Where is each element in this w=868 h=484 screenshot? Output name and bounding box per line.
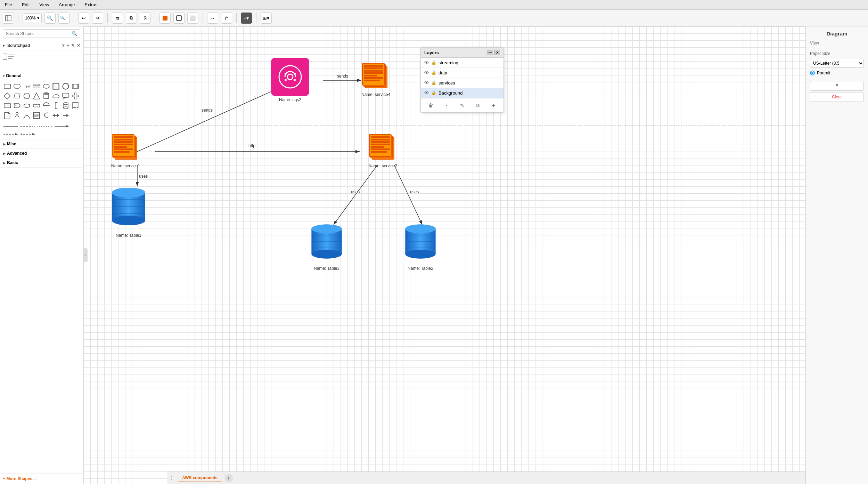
add-tab-button[interactable]: +	[224, 474, 233, 482]
line-dashed[interactable]	[20, 123, 36, 130]
delete-button[interactable]: 🗑	[112, 13, 123, 24]
layer-lock-background[interactable]: 🔒	[431, 90, 436, 95]
format-button[interactable]	[3, 13, 14, 24]
layers-minimize-button[interactable]: —	[488, 50, 493, 55]
layer-eye-services[interactable]: 👁	[424, 80, 429, 86]
shape-ellipse[interactable]	[42, 82, 51, 91]
layers-duplicate-button[interactable]: ⧉	[473, 100, 483, 110]
shape-bracket[interactable]	[51, 101, 60, 110]
layer-row-streaming[interactable]: 👁 🔒 streaming	[421, 58, 503, 68]
menu-extras[interactable]: Extras	[83, 1, 100, 8]
stroke-button[interactable]	[173, 13, 185, 24]
more-shapes-button[interactable]: + More Shapes...	[0, 473, 83, 484]
shape-circle[interactable]	[61, 82, 70, 91]
basic-section-header[interactable]: ▶ Basic	[0, 158, 83, 167]
node-service4[interactable]: Name: service4	[361, 63, 390, 97]
shape-database[interactable]	[61, 101, 70, 110]
menu-edit[interactable]: Edit	[20, 1, 32, 8]
layers-close-button[interactable]: ✕	[494, 50, 500, 55]
canvas[interactable]: sends sends http uses uses uses	[83, 26, 805, 484]
node-service2[interactable]: Name: service2	[368, 134, 397, 168]
edit-button[interactable]: E	[810, 81, 864, 91]
shape-callout[interactable]	[61, 91, 70, 100]
shape-diamond[interactable]	[3, 91, 12, 100]
line-double-arrow[interactable]	[20, 131, 36, 138]
canvas-area[interactable]: sends sends http uses uses uses	[83, 26, 805, 484]
search-input-wrap[interactable]: 🔍	[3, 29, 80, 38]
bottom-menu-button[interactable]: ⋮	[170, 476, 174, 481]
shape-rectangle[interactable]	[3, 82, 12, 91]
shape-parallelogram[interactable]	[13, 91, 22, 100]
layer-row-background[interactable]: 👁 🔒 Background	[421, 88, 503, 98]
line-solid[interactable]	[3, 123, 19, 130]
shape-cylinder[interactable]	[42, 91, 51, 100]
general-section-header[interactable]: ▾ General	[0, 71, 83, 80]
collapse-handle[interactable]: ‹	[83, 248, 88, 262]
layer-lock-streaming[interactable]: 🔒	[431, 60, 436, 65]
layer-eye-data[interactable]: 👁	[424, 70, 429, 75]
shape-cloud[interactable]	[51, 91, 60, 100]
advanced-section-header[interactable]: ▶ Advanced	[0, 149, 83, 158]
node-table3[interactable]: Name: Table3	[309, 223, 344, 271]
layers-more-button[interactable]: ⋮	[442, 100, 451, 110]
fill-button[interactable]	[159, 13, 171, 24]
scratchpad-close[interactable]: ✕	[77, 43, 80, 48]
shape-line-double[interactable]	[51, 111, 60, 120]
scratchpad-add[interactable]: +	[67, 43, 69, 48]
layer-eye-background[interactable]: 👁	[424, 90, 429, 96]
menu-arrange[interactable]: Arrange	[57, 1, 77, 8]
layer-row-data[interactable]: 👁 🔒 data	[421, 68, 503, 78]
connector-button[interactable]: →	[207, 13, 218, 24]
layer-eye-streaming[interactable]: 👁	[424, 60, 429, 65]
node-sqs2[interactable]: Name: sqs2	[271, 58, 309, 102]
misc-section-header[interactable]: ▶ Misc	[0, 139, 83, 148]
node-service1[interactable]: Name: service1	[111, 134, 140, 168]
shape-wave[interactable]	[32, 101, 41, 110]
shape-list[interactable]: List Item	[32, 111, 41, 120]
shape-step[interactable]	[13, 101, 22, 110]
line-arrow-dashed[interactable]	[3, 131, 19, 138]
shape-document[interactable]	[71, 101, 80, 110]
node-table2[interactable]: Name: Table2	[403, 223, 438, 271]
shape-triangle[interactable]	[32, 91, 41, 100]
shape-hexagon[interactable]	[22, 91, 31, 100]
layers-delete-button[interactable]: 🗑	[426, 100, 436, 110]
paper-size-select[interactable]: US-Letter (8,5	[810, 59, 864, 68]
clear-button[interactable]: Clear	[810, 92, 864, 102]
layer-row-services[interactable]: 👁 🔒 services	[421, 78, 503, 88]
line-arrow-solid[interactable]	[54, 123, 70, 130]
menu-view[interactable]: View	[37, 1, 51, 8]
insert-button[interactable]: +▾	[241, 13, 252, 24]
shape-heading[interactable]: Headingbody text	[32, 82, 41, 91]
menu-file[interactable]: File	[3, 1, 14, 8]
duplicate-button[interactable]: ⧉	[126, 13, 137, 24]
shape-square[interactable]	[51, 82, 60, 91]
shape-note[interactable]	[3, 111, 12, 120]
table-button[interactable]: ⊞▾	[261, 13, 272, 24]
shape-button[interactable]: ⬜	[187, 13, 198, 24]
node-table1[interactable]: Name: Table1	[109, 186, 148, 238]
layer-lock-data[interactable]: 🔒	[431, 70, 436, 75]
copy-button[interactable]: ⎘	[140, 13, 151, 24]
scratchpad-edit[interactable]: ✎	[71, 43, 75, 48]
portrait-radio[interactable]	[810, 71, 815, 75]
shape-cross[interactable]	[71, 91, 80, 100]
layer-lock-services[interactable]: 🔒	[431, 80, 436, 85]
zoom-in-button[interactable]: 🔍	[44, 13, 56, 24]
zoom-out-button[interactable]: 🔍−	[58, 13, 69, 24]
search-input[interactable]	[6, 31, 72, 36]
waypoint-button[interactable]: ↱	[221, 13, 232, 24]
shape-halfcircle[interactable]	[42, 101, 51, 110]
undo-button[interactable]: ↩	[78, 13, 89, 24]
layers-edit-button[interactable]: ✎	[457, 100, 467, 110]
redo-button[interactable]: ↪	[92, 13, 103, 24]
shape-tape[interactable]	[22, 101, 31, 110]
zoom-control[interactable]: 100% ▾	[23, 13, 42, 23]
shape-text[interactable]: Text	[22, 82, 31, 91]
shape-person[interactable]	[13, 111, 22, 120]
shape-sshape[interactable]	[42, 111, 51, 120]
shape-process[interactable]	[71, 82, 80, 91]
line-dotted[interactable]	[37, 123, 53, 130]
scratchpad-help[interactable]: ?	[62, 43, 65, 48]
shape-arrow-right[interactable]	[61, 111, 70, 120]
